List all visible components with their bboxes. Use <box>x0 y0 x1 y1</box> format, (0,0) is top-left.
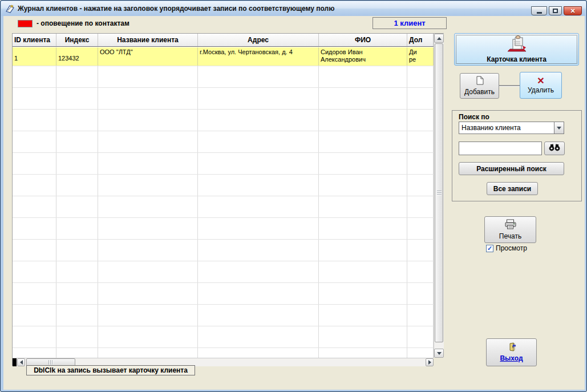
table-row-empty[interactable] <box>13 153 434 175</box>
arrow-right-icon <box>428 360 431 365</box>
find-button[interactable] <box>544 142 565 155</box>
record-indicator <box>13 358 17 366</box>
table-cell <box>56 305 98 326</box>
table-cell <box>319 196 407 217</box>
dropdown-button[interactable] <box>554 122 564 134</box>
vertical-scroll-thumb[interactable] <box>435 43 443 342</box>
table-cell <box>319 88 407 109</box>
table-row-empty[interactable] <box>13 175 434 196</box>
table-row-empty[interactable] <box>13 196 434 218</box>
button-connector-line <box>499 85 520 86</box>
table-row-selected[interactable]: 1 123432 ООО "ЛТД" г.Москва, ул. Чертано… <box>13 47 434 66</box>
checkbox-checked-icon[interactable]: ✓ <box>486 245 493 252</box>
table-cell <box>98 283 198 304</box>
binoculars-icon <box>549 144 560 153</box>
table-cell <box>13 240 56 261</box>
search-input[interactable] <box>459 142 542 155</box>
minimize-button[interactable] <box>531 6 547 15</box>
add-button[interactable]: Добавить <box>460 73 499 99</box>
column-header-2[interactable]: Название клиента <box>98 34 198 46</box>
column-header-0[interactable]: ID клиента <box>13 34 56 46</box>
client-card-label: Карточка клиента <box>487 55 546 63</box>
table-cell <box>319 283 407 304</box>
table-cell <box>56 196 98 217</box>
title-bar[interactable]: Журнал клиентов - нажатие на заголовок у… <box>1 1 586 16</box>
exit-button[interactable]: Выход <box>486 338 537 366</box>
column-header-5[interactable]: Дол <box>407 34 434 46</box>
scroll-up-button[interactable] <box>434 34 444 43</box>
app-window: Журнал клиентов - нажатие на заголовок у… <box>0 0 587 392</box>
table-cell <box>98 131 198 152</box>
column-header-3[interactable]: Адрес <box>198 34 319 46</box>
table-cell <box>319 110 407 131</box>
table-row-empty[interactable] <box>13 240 434 261</box>
table-cell <box>319 305 407 326</box>
preview-checkbox[interactable]: ✓ Просмотр <box>486 244 527 252</box>
table-cell <box>98 326 198 347</box>
table-cell <box>13 305 56 326</box>
cell-position: Ди ре <box>407 47 434 66</box>
table-cell <box>56 131 98 152</box>
arrow-up-icon <box>437 37 442 40</box>
table-row-empty[interactable] <box>13 305 434 326</box>
column-header-1[interactable]: Индекс <box>56 34 98 46</box>
table-row-empty[interactable] <box>13 66 434 88</box>
table-cell <box>198 66 319 87</box>
delete-button[interactable]: ✕ Удалить <box>520 72 562 99</box>
scroll-down-button[interactable] <box>434 349 444 358</box>
cell-index: 123432 <box>56 47 98 66</box>
table-row-empty[interactable] <box>13 348 434 358</box>
hint-text: DblClk на запись вызывает карточку клиен… <box>34 366 188 374</box>
table-cell <box>198 88 319 109</box>
table-cell <box>319 131 407 152</box>
table-row-empty[interactable] <box>13 326 434 348</box>
table-cell <box>13 66 56 87</box>
table-row-empty[interactable] <box>13 218 434 240</box>
table-cell <box>198 283 319 304</box>
search-field-dropdown[interactable]: Названию клиента <box>459 122 564 134</box>
table-cell <box>13 131 56 152</box>
table-row-empty[interactable] <box>13 283 434 305</box>
client-card-button[interactable]: Карточка клиента <box>454 33 579 66</box>
column-header-4[interactable]: ФИО <box>319 34 407 46</box>
print-button[interactable]: Печать <box>484 216 536 243</box>
add-button-label: Добавить <box>464 88 495 96</box>
table-cell <box>198 326 319 347</box>
table-cell <box>13 110 56 131</box>
table-cell <box>98 348 198 358</box>
cell-client-name: ООО "ЛТД" <box>98 47 198 66</box>
search-group: Поиск по Названию клиента <box>452 110 582 201</box>
table-cell <box>198 240 319 261</box>
table-header-row: ID клиентаИндексНазвание клиентаАдресФИО… <box>13 34 434 47</box>
table-row-empty[interactable] <box>13 261 434 283</box>
search-group-label: Поиск по <box>459 113 489 121</box>
table-cell <box>98 305 198 326</box>
thumb-grip-icon <box>48 360 53 365</box>
advanced-search-button[interactable]: Расширенный поиск <box>459 162 564 175</box>
minimize-icon <box>537 12 542 14</box>
maximize-button[interactable] <box>549 6 562 15</box>
table-cell <box>56 153 98 174</box>
table-cell <box>98 88 198 109</box>
table-cell <box>407 131 434 152</box>
table-cell <box>56 66 98 87</box>
all-records-button[interactable]: Все записи <box>487 182 538 195</box>
table-row-empty[interactable] <box>13 131 434 153</box>
client-card-icon <box>505 35 528 54</box>
table-cell <box>13 175 56 196</box>
scroll-left-button[interactable] <box>17 358 25 366</box>
maximize-icon <box>553 9 558 13</box>
table-cell <box>407 88 434 109</box>
table-cell <box>407 261 434 282</box>
table-cell <box>407 326 434 347</box>
table-cell <box>198 261 319 282</box>
table-row-empty[interactable] <box>13 110 434 131</box>
scroll-right-button[interactable] <box>426 358 434 366</box>
close-button[interactable]: ✕ <box>564 6 582 15</box>
table-cell <box>198 153 319 174</box>
table-row-empty[interactable] <box>13 88 434 110</box>
table-cell <box>98 153 198 174</box>
vertical-scrollbar[interactable] <box>434 34 444 358</box>
table-cell <box>56 283 98 304</box>
table-cell <box>407 240 434 261</box>
